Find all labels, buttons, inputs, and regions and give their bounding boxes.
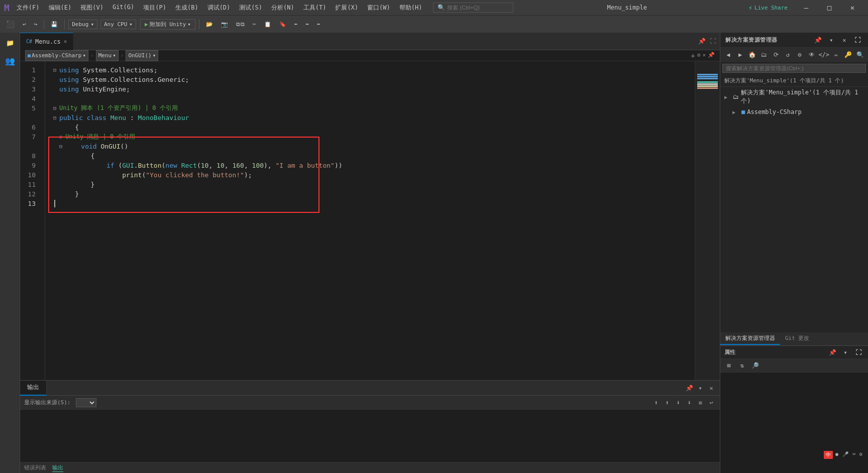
se-properties-icon[interactable]: 🔑: [843, 49, 853, 60]
se-search-toolbar-icon[interactable]: 🔍: [855, 49, 865, 60]
code-content[interactable]: ⊟ using System.Collections; using System…: [45, 61, 695, 380]
minimize-button[interactable]: —: [795, 0, 818, 15]
sidebar-close-icon[interactable]: ✕: [839, 35, 850, 46]
error-list-tab[interactable]: 错误列表: [24, 464, 46, 471]
se-home-icon[interactable]: 🏠: [747, 49, 757, 60]
tab-close-menu-cs[interactable]: ✕: [64, 38, 67, 45]
toolbar-paste[interactable]: 📋: [261, 20, 274, 29]
debug-config-dropdown[interactable]: Debug ▾: [68, 20, 97, 29]
toolbar-copy[interactable]: ⧉⧉: [233, 20, 248, 29]
menu-debug[interactable]: 调试(D): [203, 2, 235, 14]
tree-item-solution[interactable]: ▶ 🗂 解决方案'Menu_simple'(1 个项目/共 1 个): [720, 87, 868, 107]
sidebar-tab-explorer[interactable]: 解决方案资源管理器: [720, 332, 780, 345]
panel-collapse-icon[interactable]: ▾: [696, 384, 705, 393]
se-sync-icon[interactable]: ⟳: [771, 49, 781, 60]
menu-file[interactable]: 文件(F): [13, 2, 44, 14]
search-input[interactable]: [447, 5, 512, 11]
output-scroll-btn2[interactable]: ⬆: [663, 398, 672, 407]
menu-window[interactable]: 窗口(W): [363, 2, 394, 14]
expand-editor-icon[interactable]: ⛶: [708, 38, 718, 45]
toolbar-more3[interactable]: ⬅: [314, 20, 323, 29]
menu-project[interactable]: 项目(P): [139, 2, 170, 14]
fold-icon-7a[interactable]: ⊙: [59, 132, 65, 142]
se-refresh-icon[interactable]: ↺: [783, 49, 793, 60]
fold-icon-5b[interactable]: ⊟: [53, 113, 59, 123]
run-button[interactable]: ▶ 附加到 Unity ▾: [140, 19, 195, 30]
menu-test[interactable]: 测试(S): [235, 2, 266, 14]
pin-icon[interactable]: 📌: [696, 38, 708, 45]
fold-icon-1[interactable]: ⊟: [53, 65, 59, 75]
sidebar-expand-icon[interactable]: ⛶: [852, 35, 863, 46]
member-breadcrumb-dropdown[interactable]: Menu ▾: [96, 50, 119, 61]
close-button[interactable]: ✕: [841, 0, 864, 15]
panel-pin-icon[interactable]: 📌: [685, 384, 694, 393]
se-code-icon[interactable]: </>: [818, 49, 829, 60]
activity-team-explorer[interactable]: 👥: [3, 54, 17, 68]
panel-tab-output[interactable]: 输出: [20, 381, 47, 396]
platform-dropdown[interactable]: Any CPU ▾: [100, 20, 136, 29]
settings-icon[interactable]: ⚙: [697, 52, 701, 60]
fold-icon-7b[interactable]: ⊟: [59, 142, 65, 151]
maximize-button[interactable]: □: [818, 0, 841, 15]
output-wrap-icon[interactable]: ↩: [707, 398, 716, 407]
se-forward-icon[interactable]: ▶: [735, 49, 745, 60]
toolbar-redo[interactable]: ↪: [31, 20, 41, 29]
global-search-box[interactable]: 🔍: [433, 3, 513, 13]
menu-git[interactable]: Git(G): [108, 2, 138, 14]
solution-search-input[interactable]: [726, 65, 862, 71]
code-editor[interactable]: 1 2 3 4 5 6 7 8 9 10 11 12 13: [20, 61, 720, 380]
source-select-dropdown[interactable]: [76, 398, 96, 407]
se-show-all-icon[interactable]: 👁: [807, 49, 817, 60]
output-tab-bottom[interactable]: 输出: [52, 464, 63, 472]
sidebar-pin-icon[interactable]: 📌: [813, 35, 824, 46]
toolbar-more1[interactable]: ⬅: [291, 20, 301, 29]
toolbar-undo[interactable]: ↩: [20, 20, 29, 29]
menu-analyze[interactable]: 分析(N): [267, 2, 298, 14]
method-breadcrumb-dropdown[interactable]: OnGUI() ▾: [126, 50, 158, 61]
toolbar-save-all[interactable]: 💾: [48, 20, 61, 29]
fold-icon-5a[interactable]: ⊟: [53, 103, 59, 113]
menu-view[interactable]: 视图(V): [76, 2, 107, 14]
solution-search-box[interactable]: [722, 64, 866, 73]
toolbar-screenshot[interactable]: 📷: [218, 20, 231, 29]
window-controls[interactable]: — □ ✕: [795, 0, 864, 15]
menu-edit[interactable]: 编辑(E): [45, 2, 76, 14]
se-collapse-all-icon[interactable]: 🗂: [759, 49, 769, 60]
props-grid-icon[interactable]: ⊞: [723, 360, 734, 371]
props-pin-icon[interactable]: 📌: [827, 347, 838, 358]
se-back-icon[interactable]: ◀: [723, 49, 733, 60]
menu-extensions[interactable]: 扩展(X): [331, 2, 362, 14]
props-search-icon[interactable]: 🔎: [749, 360, 761, 371]
tab-menu-cs[interactable]: C# Menu.cs ✕: [20, 33, 73, 50]
live-share-button[interactable]: ⚡ Live Share: [744, 3, 792, 13]
tree-item-assembly[interactable]: ▶ ■ Assembly-CSharp: [720, 107, 868, 117]
sidebar-collapse-icon[interactable]: ▾: [826, 35, 837, 46]
output-scroll-top-icon[interactable]: ⬆: [652, 398, 661, 407]
class-breadcrumb-dropdown[interactable]: ■ Assembly-CSharp ▾: [25, 50, 88, 61]
menu-bar[interactable]: 文件(F) 编辑(E) 视图(V) Git(G) 项目(P) 生成(B) 调试(…: [13, 2, 426, 14]
toolbar-cut[interactable]: ✂: [250, 20, 259, 29]
add-line-icon[interactable]: +: [691, 52, 695, 60]
line-num-5: 5: [20, 103, 41, 113]
toolbar-bookmark[interactable]: 🔖: [276, 20, 289, 29]
activity-solution-explorer[interactable]: 📁: [3, 36, 17, 50]
output-list-icon[interactable]: ≡: [696, 398, 705, 407]
menu-build[interactable]: 生成(B): [171, 2, 202, 14]
toolbar-more2[interactable]: ➡: [302, 20, 312, 29]
props-expand-icon[interactable]: ⛶: [853, 347, 864, 358]
menu-help[interactable]: 帮助(H): [395, 2, 426, 14]
menu-tools[interactable]: 工具(T): [299, 2, 331, 14]
output-scroll-btn3[interactable]: ⬇: [674, 398, 683, 407]
pin-editor-icon[interactable]: 📌: [708, 52, 715, 60]
props-collapse-icon[interactable]: ▾: [840, 347, 851, 358]
sidebar-tab-git[interactable]: Git 更改: [780, 332, 815, 345]
toolbar-open-folder[interactable]: 📂: [203, 20, 216, 29]
toolbar-new-project[interactable]: ⬛: [3, 19, 18, 29]
se-new-icon[interactable]: ✏: [831, 49, 841, 60]
se-filter-icon[interactable]: ⚙: [795, 49, 805, 60]
panel-close-icon[interactable]: ✕: [707, 384, 716, 393]
output-scroll-bottom-icon[interactable]: ⬇: [685, 398, 694, 407]
close-editor-icon[interactable]: ✕: [702, 52, 706, 60]
props-sort-icon[interactable]: ⇅: [736, 360, 747, 371]
kw-class: class: [87, 113, 106, 123]
